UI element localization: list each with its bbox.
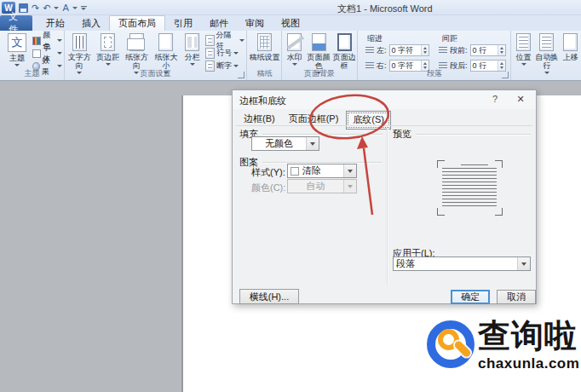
preview-group: 预览	[393, 128, 531, 141]
bring-forward-icon	[563, 33, 578, 51]
pattern-style-select[interactable]: 清除	[287, 164, 357, 178]
chevron-down-icon	[348, 185, 353, 188]
paper-settings-icon	[257, 33, 272, 51]
themes-icon: 文	[8, 33, 26, 52]
dropdown-caret-icon	[57, 52, 62, 55]
ribbon-tabstrip: 文件 开始 插入 页面布局 引用 邮件 审阅 视图	[0, 15, 581, 31]
dialog-help-icon[interactable]: ?	[488, 94, 502, 104]
dropdown-caret-icon	[106, 63, 111, 66]
chevron-down-icon	[310, 142, 315, 146]
fill-color-dropdown-button[interactable]	[306, 137, 319, 150]
crop-mark-icon	[437, 160, 445, 168]
borders-shading-dialog: 边框和底纹 ? ✕ 边框(B) 页面边框(P) 底纹(S) 填充 无颜色 图案 …	[232, 89, 537, 304]
dropdown-caret-icon	[544, 72, 549, 74]
space-before-input[interactable]: 0 行	[470, 44, 506, 56]
dialog-close-icon[interactable]: ✕	[514, 94, 527, 105]
pattern-style-dropdown-button[interactable]	[343, 164, 356, 177]
fill-color-select[interactable]: 无颜色	[251, 136, 319, 151]
dialog-title: 边框和底纹	[239, 95, 286, 107]
apply-to-dropdown-button[interactable]	[517, 257, 530, 270]
tab-insert[interactable]: 插入	[73, 15, 109, 31]
spacing-title: 间距	[442, 33, 457, 44]
group-paper: 稿纸设置 稿纸	[248, 31, 282, 80]
tab-view[interactable]: 视图	[273, 15, 308, 31]
group-page-setup: 文字方向 页边距 纸张方向 纸张大小	[65, 31, 247, 80]
dialog-tab-separator	[236, 125, 532, 126]
dropdown-caret-icon	[292, 63, 297, 66]
tab-review[interactable]: 审阅	[237, 15, 273, 31]
ribbon: 文 主题 颜色 字体	[0, 31, 581, 81]
window-title: 文档1 - Microsoft Word	[337, 3, 433, 15]
chevron-down-icon	[348, 170, 353, 173]
logo-text: 查询啦 chaxunla.com	[478, 317, 579, 382]
pen-dropdown-caret-icon[interactable]	[72, 7, 78, 9]
cancel-button[interactable]: 取消	[497, 290, 536, 304]
line-numbers-button[interactable]: 行号	[204, 47, 246, 60]
paper-size-icon	[158, 33, 173, 51]
theme-colors-icon	[32, 37, 41, 45]
undo-dropdown-caret-icon[interactable]	[54, 7, 59, 9]
group-page-background: 水印 页面颜色 页面边框 页面背景	[282, 31, 358, 80]
tab-home[interactable]: 开始	[37, 15, 73, 31]
breaks-icon	[205, 35, 214, 46]
indent-left-spinner[interactable]	[421, 45, 429, 55]
tab-page-layout[interactable]: 页面布局	[109, 15, 165, 31]
logo-title: 查询啦	[478, 317, 579, 355]
dialog-tabs: 边框(B) 页面边框(P) 底纹(S)	[238, 111, 391, 130]
horizontal-line-button[interactable]: 横线(H)...	[239, 289, 299, 304]
dropdown-caret-icon	[57, 65, 62, 67]
themes-button[interactable]: 文 主题	[3, 32, 31, 72]
breaks-button[interactable]: 分隔符	[204, 34, 246, 47]
dropdown-caret-icon	[190, 63, 195, 66]
customize-qat-icon[interactable]	[81, 6, 87, 10]
pattern-color-label: 颜色(C):	[251, 182, 285, 194]
dialog-tab-borders[interactable]: 边框(B)	[238, 111, 281, 130]
dropdown-caret-icon	[233, 65, 239, 67]
apply-to-select[interactable]: 段落	[393, 257, 531, 271]
dropdown-caret-icon	[57, 39, 62, 42]
word-window: W ↷ ↶ A 文档1 - Microsoft Word 文件 开始 插入 页面…	[0, 0, 581, 392]
text-direction-icon	[72, 33, 87, 51]
chevron-down-icon	[521, 262, 526, 266]
orientation-icon	[129, 33, 144, 51]
group-paragraph: 缩进 左: 0 字符 右: 0 字符 间距 段前:	[359, 31, 511, 80]
group-themes: 文 主题 颜色 字体	[0, 31, 65, 80]
page-borders-icon	[337, 33, 352, 51]
group-arrange: 位置 自动换行 上移	[512, 31, 581, 80]
position-button[interactable]: 位置	[514, 32, 533, 74]
tab-references[interactable]: 引用	[165, 15, 201, 31]
pen-tool-icon[interactable]: A	[62, 2, 68, 14]
dialog-tab-shading[interactable]: 底纹(S)	[346, 111, 391, 130]
crop-mark-icon	[437, 208, 445, 216]
wrap-text-icon	[539, 33, 554, 51]
watermark-icon	[287, 33, 302, 51]
page-color-icon	[312, 33, 326, 51]
chaxunla-logo: 查询啦 chaxunla.com	[425, 317, 580, 382]
dialog-title-bar: 边框和底纹 ? ✕	[233, 90, 536, 109]
title-bar: W ↷ ↶ A 文档1 - Microsoft Word	[0, 0, 581, 15]
undo-icon[interactable]: ↶	[43, 2, 50, 14]
ok-button[interactable]: 确定	[451, 290, 490, 304]
pane-divider	[387, 128, 388, 285]
style-label: 样式(Y):	[251, 166, 285, 179]
crop-mark-icon	[495, 160, 503, 168]
dialog-tab-page-border[interactable]: 页面边框(P)	[283, 111, 345, 130]
clear-swatch-icon	[290, 167, 299, 176]
magnifier-icon	[425, 317, 476, 370]
line-numbers-icon	[205, 48, 215, 59]
pattern-color-select: 自动	[287, 179, 357, 193]
indent-left-input[interactable]: 0 字符	[389, 44, 429, 56]
wrap-text-button[interactable]: 自动换行	[533, 32, 560, 74]
tab-file[interactable]: 文件	[0, 15, 32, 31]
logo-domain: chaxunla.com	[478, 355, 579, 372]
redo-icon[interactable]: ↷	[32, 2, 39, 14]
dropdown-caret-icon	[14, 64, 20, 66]
preview-first-line	[461, 164, 488, 165]
space-before-spinner[interactable]	[498, 45, 505, 55]
paper-settings-button[interactable]: 稿纸设置	[250, 32, 280, 61]
theme-fonts-icon	[32, 49, 41, 58]
tab-mailings[interactable]: 邮件	[201, 15, 237, 31]
pattern-color-dropdown-button	[343, 180, 356, 193]
columns-icon	[185, 33, 199, 51]
bring-forward-button[interactable]: 上移	[560, 32, 581, 74]
